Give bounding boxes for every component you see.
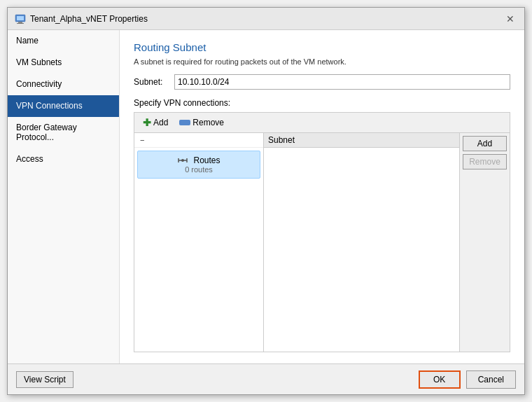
vpn-toolbar: ✚ Add Remove [134,112,510,132]
vpn-connections-label: Specify VPN connections: [134,98,510,108]
vpn-content: − Routes 0 routes [134,132,510,352]
sidebar-item-vpn-connections[interactable]: VPN Connections [8,95,119,117]
sidebar-item-name[interactable]: Name [8,30,119,52]
section-desc: A subnet is required for routing packets… [134,57,510,66]
subnet-label: Subnet: [134,77,169,87]
app-icon [15,13,26,25]
view-script-button[interactable]: View Script [16,371,74,388]
cancel-button[interactable]: Cancel [466,370,516,389]
right-panel-inner: Subnet Add Remove [264,133,510,352]
main-panel: Routing Subnet A subnet is required for … [120,30,524,363]
subnet-input[interactable] [174,74,510,90]
title-bar-left: Tenant_Alpha_vNET Properties [15,13,148,25]
svg-rect-2 [18,22,22,23]
add-label: Add [153,118,168,127]
sidebar-item-connectivity[interactable]: Connectivity [8,74,119,95]
routes-label: Routes [177,155,220,165]
title-bar: Tenant_Alpha_vNET Properties ✕ [8,8,524,30]
dialog-title: Tenant_Alpha_vNET Properties [30,14,148,24]
routes-text: Routes [193,155,220,165]
subnet-column-header: Subnet [268,135,455,145]
section-title: Routing Subnet [134,41,510,53]
routes-sub: 0 routes [185,165,213,174]
remove-vpn-button[interactable]: Remove [176,116,227,129]
sidebar-item-access[interactable]: Access [8,148,119,170]
right-pane-actions: Add Remove [459,133,510,352]
footer-right: OK Cancel [419,370,516,389]
footer: View Script OK Cancel [8,363,524,394]
right-pane-header: Subnet [264,133,459,148]
tree-collapse[interactable]: − [134,133,263,148]
svg-point-7 [181,159,184,162]
content-area: Name VM Subnets Connectivity VPN Connect… [8,30,524,363]
subnet-remove-button[interactable]: Remove [463,154,507,169]
ok-button[interactable]: OK [419,370,461,389]
sidebar-item-border-gateway[interactable]: Border Gateway Protocol... [8,117,119,148]
left-pane: − Routes 0 routes [134,133,264,352]
right-pane: Subnet Add Remove [264,133,510,352]
close-button[interactable]: ✕ [503,12,517,26]
sidebar-item-vm-subnets[interactable]: VM Subnets [8,52,119,74]
routes-tree-item[interactable]: Routes 0 routes [137,151,260,179]
remove-label: Remove [192,118,224,127]
subnet-field-row: Subnet: [134,74,510,90]
right-pane-body [264,148,459,352]
dialog-window: Tenant_Alpha_vNET Properties ✕ Name VM S… [7,7,525,395]
svg-rect-1 [17,16,24,20]
svg-rect-3 [17,23,24,24]
remove-icon [179,120,190,125]
subnet-add-button[interactable]: Add [463,136,507,151]
add-icon: ✚ [143,117,151,128]
sidebar: Name VM Subnets Connectivity VPN Connect… [8,30,120,363]
collapse-symbol: − [140,136,144,144]
add-vpn-button[interactable]: ✚ Add [140,116,171,130]
right-pane-main: Subnet [264,133,459,352]
